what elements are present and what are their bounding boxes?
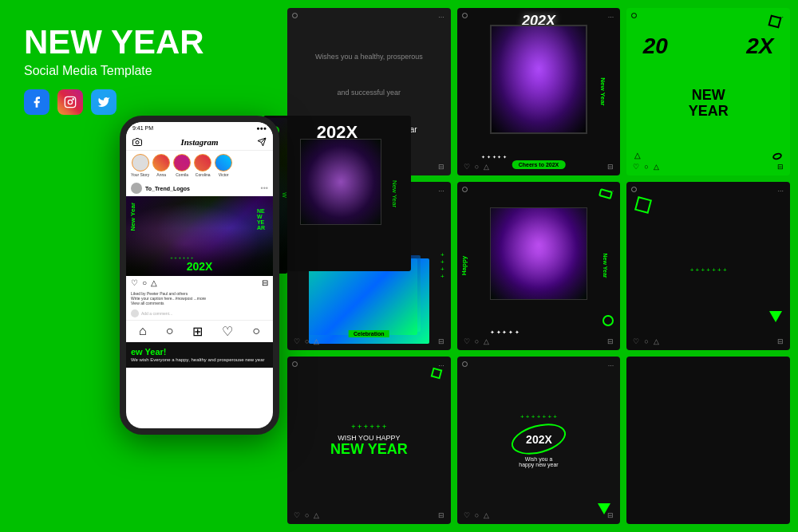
card5-happy-text: Happy [460,256,468,275]
comment-icon[interactable]: ○ [142,278,147,287]
card2-bookmark[interactable]: ⊟ [607,163,614,171]
phone-status-bar: 9:41 PM ●●● [126,122,273,134]
card3-triangle-deco: △ [634,151,641,160]
instagram-icon[interactable] [57,89,83,115]
phone-mockup: 9:41 PM ●●● Instagram Your Story Anna [120,116,279,435]
card7-heart[interactable]: ♡ [294,511,300,519]
card-5-happy: ··· Happy ✦ ✦ ✦ ✦ ✦ New Year ♡ ○ △ ⊟ [457,182,621,349]
card4-plus-deco: ++++ [440,251,444,280]
nav-search-icon[interactable]: ○ [166,324,174,339]
post-user-row: To_Trend_Logos ••• [126,180,273,196]
right-bg-newyear: New Year [390,179,397,207]
card7-dot [292,361,298,367]
card3-year: YEAR [689,104,729,120]
twitter-icon[interactable] [91,89,117,115]
card8-bookmark[interactable]: ⊟ [607,511,614,519]
card8-comment[interactable]: ○ [475,511,479,519]
card5-new-year-vert: New Year [602,254,608,278]
stories-row: Your Story Anna Cornila Corolina Victor [126,151,273,180]
svg-point-1 [68,100,72,104]
card4-three-dots: ··· [438,187,444,195]
card4-heart[interactable]: ♡ [294,337,300,345]
card6-plus-row: + + + + + + + [690,266,727,274]
card3-comment[interactable]: ○ [644,163,648,171]
card2-photo [490,25,588,134]
story-corolina[interactable]: Corolina [194,154,211,177]
card8-heart[interactable]: ♡ [464,511,470,519]
card6-comment[interactable]: ○ [644,337,648,345]
phone-screen: 9:41 PM ●●● Instagram Your Story Anna [126,122,273,428]
card4-share[interactable]: △ [314,337,319,345]
card2-cheers: Cheers to 202X [512,160,566,169]
card6-share[interactable]: △ [654,337,659,345]
post-new-year-vertical: New Year [129,203,136,231]
card1-bookmark[interactable]: ⊟ [438,163,444,171]
card3-oval-deco [772,152,783,162]
post-more-options[interactable]: ••• [261,184,268,192]
card8-stars: + + + + + + + [520,413,557,420]
card7-triangle-outline [430,367,442,379]
card5-heart[interactable]: ♡ [464,337,470,345]
card2-new-year-vert: New Year [599,77,606,105]
story-your-story[interactable]: Your Story [131,154,149,177]
card7-share[interactable]: △ [314,511,319,519]
nav-home-icon[interactable]: ⌂ [139,324,147,339]
card5-action-row: ♡ ○ △ [464,337,489,345]
nav-add-icon[interactable]: ⊞ [192,324,203,339]
card-8-202x-oval: ··· + + + + + + + 202X Wish you a happy … [457,357,621,524]
card4-celebration-label: Celebration [349,330,389,337]
card-6-empty: ··· + + + + + + + ♡ ○ △ ⊟ [626,182,790,349]
card2-heart[interactable]: ♡ [464,163,470,171]
story-cornila[interactable]: Cornila [173,154,191,177]
story-victor[interactable]: Victor [215,154,232,177]
nav-profile-icon[interactable]: ○ [252,324,260,339]
comment-input-row[interactable]: Add a comment... [126,307,273,320]
nav-heart-icon[interactable]: ♡ [222,324,233,339]
card3-heart[interactable]: ♡ [633,163,639,171]
heart-icon[interactable]: ♡ [131,278,138,287]
story-label-anna: Anna [156,172,166,177]
card4-bookmark[interactable]: ⊟ [438,337,444,345]
svg-point-3 [136,141,139,144]
main-title: NEW YEAR [24,24,204,61]
card2-comment[interactable]: ○ [475,163,479,171]
post-username: To_Trend_Logos [145,186,190,191]
card5-stars: ✦ ✦ ✦ ✦ ✦ [490,329,520,336]
card6-bookmark[interactable]: ⊟ [777,337,784,345]
card7-action-row: ♡ ○ △ [294,511,319,519]
card2-three-dots: ··· [608,13,614,21]
share-icon[interactable]: △ [151,278,157,287]
card8-share[interactable]: △ [484,511,489,519]
view-comments[interactable]: View all comments [131,301,268,305]
card8-action-row: ♡ ○ △ [464,511,489,519]
card4-action-row: ♡ ○ △ [294,337,319,345]
card5-circle-deco [602,315,614,326]
card5-share[interactable]: △ [484,337,489,345]
card1-subtitle: and successful year [294,89,444,97]
social-icons-row [24,89,204,115]
card7-three-dots: ··· [438,361,444,369]
post-actions-row: ♡ ○ △ ⊟ [131,278,268,287]
card4-comment[interactable]: ○ [305,337,309,345]
card6-heart[interactable]: ♡ [633,337,639,345]
card7-comment[interactable]: ○ [305,511,309,519]
post-202x-label: 202X [187,260,213,273]
card3-202: 20 [643,33,668,59]
card2-share[interactable]: △ [484,163,489,171]
card3-share[interactable]: △ [654,163,659,171]
story-label-yours: Your Story [131,172,149,177]
facebook-icon[interactable] [24,89,49,115]
card5-photo [490,207,588,300]
story-avatar-anna [152,154,170,171]
card5-comment[interactable]: ○ [475,337,479,345]
story-label-victor: Victor [219,172,229,177]
card7-bookmark[interactable]: ⊟ [438,511,444,519]
card7-new-year: NEW YEAR [330,442,408,458]
post-actions: ♡ ○ △ ⊟ [126,276,273,290]
send-icon [257,137,267,147]
bookmark-icon[interactable]: ⊟ [262,278,268,287]
card3-bookmark[interactable]: ⊟ [777,163,784,171]
story-anna[interactable]: Anna [152,154,170,177]
card5-bookmark[interactable]: ⊟ [607,337,614,345]
story-label-corolina: Corolina [196,172,211,177]
